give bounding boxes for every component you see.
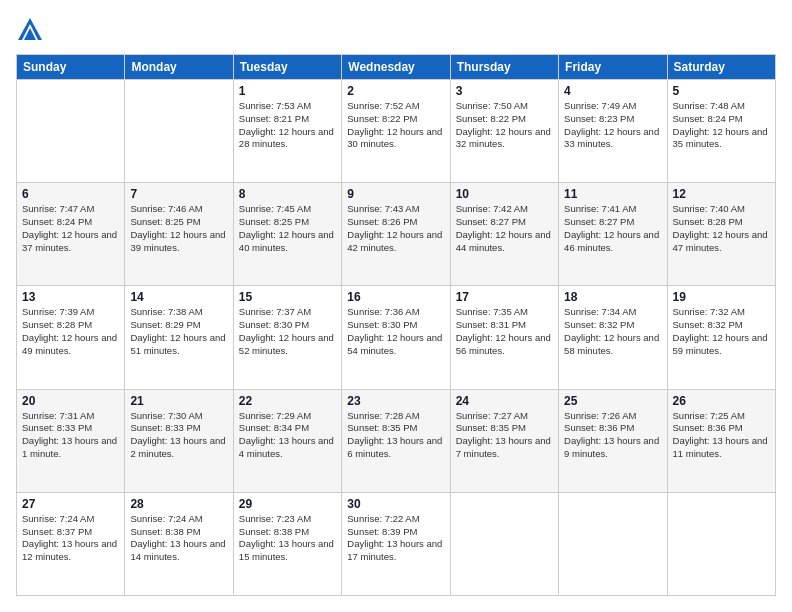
day-number: 12: [673, 187, 770, 201]
calendar-cell: 8Sunrise: 7:45 AMSunset: 8:25 PMDaylight…: [233, 183, 341, 286]
calendar-cell: [667, 492, 775, 595]
day-number: 14: [130, 290, 227, 304]
day-number: 23: [347, 394, 444, 408]
day-info: Sunrise: 7:26 AMSunset: 8:36 PMDaylight:…: [564, 410, 661, 461]
day-number: 30: [347, 497, 444, 511]
calendar-cell: 9Sunrise: 7:43 AMSunset: 8:26 PMDaylight…: [342, 183, 450, 286]
weekday-header-tuesday: Tuesday: [233, 55, 341, 80]
calendar-week-1: 1Sunrise: 7:53 AMSunset: 8:21 PMDaylight…: [17, 80, 776, 183]
day-number: 24: [456, 394, 553, 408]
calendar-cell: 15Sunrise: 7:37 AMSunset: 8:30 PMDayligh…: [233, 286, 341, 389]
day-info: Sunrise: 7:37 AMSunset: 8:30 PMDaylight:…: [239, 306, 336, 357]
day-info: Sunrise: 7:31 AMSunset: 8:33 PMDaylight:…: [22, 410, 119, 461]
day-info: Sunrise: 7:34 AMSunset: 8:32 PMDaylight:…: [564, 306, 661, 357]
day-info: Sunrise: 7:27 AMSunset: 8:35 PMDaylight:…: [456, 410, 553, 461]
day-info: Sunrise: 7:30 AMSunset: 8:33 PMDaylight:…: [130, 410, 227, 461]
day-number: 7: [130, 187, 227, 201]
day-info: Sunrise: 7:45 AMSunset: 8:25 PMDaylight:…: [239, 203, 336, 254]
day-info: Sunrise: 7:24 AMSunset: 8:37 PMDaylight:…: [22, 513, 119, 564]
calendar-table: SundayMondayTuesdayWednesdayThursdayFrid…: [16, 54, 776, 596]
day-number: 6: [22, 187, 119, 201]
logo-icon: [16, 16, 44, 44]
day-info: Sunrise: 7:32 AMSunset: 8:32 PMDaylight:…: [673, 306, 770, 357]
calendar-week-5: 27Sunrise: 7:24 AMSunset: 8:37 PMDayligh…: [17, 492, 776, 595]
day-info: Sunrise: 7:42 AMSunset: 8:27 PMDaylight:…: [456, 203, 553, 254]
day-number: 8: [239, 187, 336, 201]
day-info: Sunrise: 7:35 AMSunset: 8:31 PMDaylight:…: [456, 306, 553, 357]
day-number: 28: [130, 497, 227, 511]
calendar-cell: 6Sunrise: 7:47 AMSunset: 8:24 PMDaylight…: [17, 183, 125, 286]
day-info: Sunrise: 7:39 AMSunset: 8:28 PMDaylight:…: [22, 306, 119, 357]
day-number: 27: [22, 497, 119, 511]
day-info: Sunrise: 7:36 AMSunset: 8:30 PMDaylight:…: [347, 306, 444, 357]
weekday-header-friday: Friday: [559, 55, 667, 80]
calendar-cell: 21Sunrise: 7:30 AMSunset: 8:33 PMDayligh…: [125, 389, 233, 492]
calendar-week-2: 6Sunrise: 7:47 AMSunset: 8:24 PMDaylight…: [17, 183, 776, 286]
calendar-cell: 26Sunrise: 7:25 AMSunset: 8:36 PMDayligh…: [667, 389, 775, 492]
day-number: 26: [673, 394, 770, 408]
calendar-cell: 16Sunrise: 7:36 AMSunset: 8:30 PMDayligh…: [342, 286, 450, 389]
weekday-header-wednesday: Wednesday: [342, 55, 450, 80]
calendar-cell: 14Sunrise: 7:38 AMSunset: 8:29 PMDayligh…: [125, 286, 233, 389]
calendar-cell: 23Sunrise: 7:28 AMSunset: 8:35 PMDayligh…: [342, 389, 450, 492]
calendar-cell: 22Sunrise: 7:29 AMSunset: 8:34 PMDayligh…: [233, 389, 341, 492]
day-number: 19: [673, 290, 770, 304]
calendar-cell: 29Sunrise: 7:23 AMSunset: 8:38 PMDayligh…: [233, 492, 341, 595]
calendar-cell: [125, 80, 233, 183]
calendar-week-4: 20Sunrise: 7:31 AMSunset: 8:33 PMDayligh…: [17, 389, 776, 492]
day-number: 21: [130, 394, 227, 408]
weekday-header-saturday: Saturday: [667, 55, 775, 80]
calendar-cell: 13Sunrise: 7:39 AMSunset: 8:28 PMDayligh…: [17, 286, 125, 389]
day-number: 25: [564, 394, 661, 408]
day-number: 2: [347, 84, 444, 98]
page: SundayMondayTuesdayWednesdayThursdayFrid…: [0, 0, 792, 612]
day-number: 5: [673, 84, 770, 98]
day-number: 11: [564, 187, 661, 201]
day-info: Sunrise: 7:28 AMSunset: 8:35 PMDaylight:…: [347, 410, 444, 461]
weekday-header-sunday: Sunday: [17, 55, 125, 80]
weekday-header-monday: Monday: [125, 55, 233, 80]
calendar-cell: 30Sunrise: 7:22 AMSunset: 8:39 PMDayligh…: [342, 492, 450, 595]
day-number: 4: [564, 84, 661, 98]
calendar-header: SundayMondayTuesdayWednesdayThursdayFrid…: [17, 55, 776, 80]
day-info: Sunrise: 7:38 AMSunset: 8:29 PMDaylight:…: [130, 306, 227, 357]
calendar-cell: 12Sunrise: 7:40 AMSunset: 8:28 PMDayligh…: [667, 183, 775, 286]
day-info: Sunrise: 7:47 AMSunset: 8:24 PMDaylight:…: [22, 203, 119, 254]
day-info: Sunrise: 7:25 AMSunset: 8:36 PMDaylight:…: [673, 410, 770, 461]
calendar-cell: [17, 80, 125, 183]
day-number: 16: [347, 290, 444, 304]
calendar-cell: 20Sunrise: 7:31 AMSunset: 8:33 PMDayligh…: [17, 389, 125, 492]
calendar-cell: 3Sunrise: 7:50 AMSunset: 8:22 PMDaylight…: [450, 80, 558, 183]
calendar-cell: 10Sunrise: 7:42 AMSunset: 8:27 PMDayligh…: [450, 183, 558, 286]
calendar-cell: [559, 492, 667, 595]
day-number: 20: [22, 394, 119, 408]
day-info: Sunrise: 7:43 AMSunset: 8:26 PMDaylight:…: [347, 203, 444, 254]
day-number: 18: [564, 290, 661, 304]
calendar-cell: 25Sunrise: 7:26 AMSunset: 8:36 PMDayligh…: [559, 389, 667, 492]
day-number: 22: [239, 394, 336, 408]
day-info: Sunrise: 7:41 AMSunset: 8:27 PMDaylight:…: [564, 203, 661, 254]
calendar-cell: 18Sunrise: 7:34 AMSunset: 8:32 PMDayligh…: [559, 286, 667, 389]
day-number: 9: [347, 187, 444, 201]
day-info: Sunrise: 7:52 AMSunset: 8:22 PMDaylight:…: [347, 100, 444, 151]
calendar-cell: 17Sunrise: 7:35 AMSunset: 8:31 PMDayligh…: [450, 286, 558, 389]
calendar-body: 1Sunrise: 7:53 AMSunset: 8:21 PMDaylight…: [17, 80, 776, 596]
calendar-cell: 27Sunrise: 7:24 AMSunset: 8:37 PMDayligh…: [17, 492, 125, 595]
calendar-cell: 1Sunrise: 7:53 AMSunset: 8:21 PMDaylight…: [233, 80, 341, 183]
calendar-cell: 4Sunrise: 7:49 AMSunset: 8:23 PMDaylight…: [559, 80, 667, 183]
calendar-cell: 7Sunrise: 7:46 AMSunset: 8:25 PMDaylight…: [125, 183, 233, 286]
calendar-cell: 5Sunrise: 7:48 AMSunset: 8:24 PMDaylight…: [667, 80, 775, 183]
calendar-cell: 2Sunrise: 7:52 AMSunset: 8:22 PMDaylight…: [342, 80, 450, 183]
day-info: Sunrise: 7:29 AMSunset: 8:34 PMDaylight:…: [239, 410, 336, 461]
day-number: 15: [239, 290, 336, 304]
day-number: 17: [456, 290, 553, 304]
weekday-row: SundayMondayTuesdayWednesdayThursdayFrid…: [17, 55, 776, 80]
calendar-cell: 11Sunrise: 7:41 AMSunset: 8:27 PMDayligh…: [559, 183, 667, 286]
calendar-cell: 24Sunrise: 7:27 AMSunset: 8:35 PMDayligh…: [450, 389, 558, 492]
calendar-cell: [450, 492, 558, 595]
day-info: Sunrise: 7:23 AMSunset: 8:38 PMDaylight:…: [239, 513, 336, 564]
day-number: 13: [22, 290, 119, 304]
day-number: 29: [239, 497, 336, 511]
calendar-cell: 28Sunrise: 7:24 AMSunset: 8:38 PMDayligh…: [125, 492, 233, 595]
day-number: 1: [239, 84, 336, 98]
